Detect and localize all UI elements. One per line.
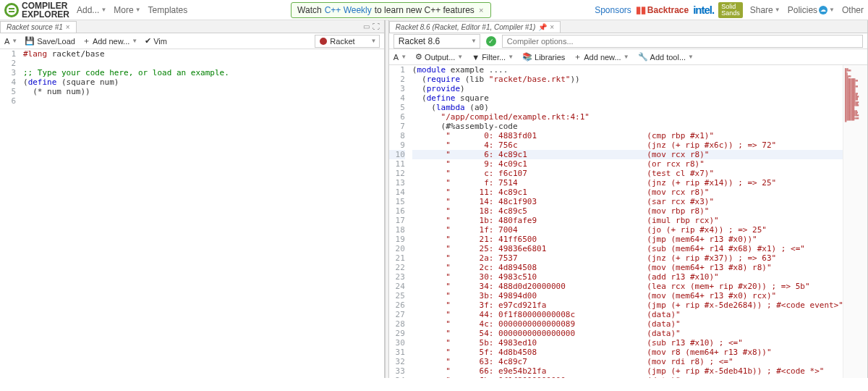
chevron-down-icon: ▼: [688, 54, 694, 60]
nav-more[interactable]: More▼: [114, 5, 140, 15]
close-icon[interactable]: ×: [550, 23, 554, 31]
sponsors: Sponsors ▮▮ Backtrace intel. SolidSands: [595, 2, 743, 18]
compiler-tab-strip: Racket 8.6 (Racket, Editor #1, Compiler …: [389, 20, 867, 33]
save-load-button[interactable]: 💾Save/Load: [25, 36, 75, 46]
chevron-down-icon: ▼: [457, 54, 463, 60]
compiler-tab-label: Racket 8.6 (Racket, Editor #1, Compiler …: [396, 23, 535, 31]
chevron-down-icon: ▼: [101, 7, 106, 13]
compiler-select[interactable]: Racket 8.6 ▼: [393, 34, 480, 49]
font-button[interactable]: A▼: [393, 53, 407, 62]
racket-icon: [320, 38, 327, 45]
promo-suffix: to learn new C++ features: [375, 5, 475, 15]
vim-button[interactable]: ✔Vim: [145, 36, 167, 46]
chevron-down-icon: ▼: [401, 54, 407, 60]
close-icon[interactable]: ×: [66, 23, 70, 31]
plus-icon: ＋: [574, 51, 582, 62]
sponsor-intel[interactable]: intel.: [693, 4, 714, 16]
chevron-down-icon: ▼: [370, 38, 376, 44]
maximize-icon[interactable]: ⛶: [373, 22, 380, 30]
assembly-editor[interactable]: 1234567891011121314151617181920212223242…: [389, 65, 867, 378]
nav-other[interactable]: Other: [842, 5, 864, 15]
source-tab-label: Racket source #1: [7, 23, 63, 31]
plus-icon: ＋: [82, 35, 90, 46]
promo-prefix: Watch: [297, 5, 322, 15]
navbar: COMPILER EXPLORER Add...▼ More▼ Template…: [0, 0, 868, 20]
compiler-pane: Racket 8.6 (Racket, Editor #1, Compiler …: [389, 20, 868, 378]
backtrace-icon: ▮▮: [636, 4, 646, 15]
nav-templates[interactable]: Templates: [148, 5, 188, 15]
cloud-icon: ☁: [819, 6, 827, 14]
source-tab-strip: Racket source #1 × ▭ ⛶: [0, 20, 384, 33]
language-select[interactable]: Racket ▼: [315, 35, 380, 48]
floppy-icon: 💾: [25, 36, 35, 46]
chevron-down-icon: ▼: [132, 38, 137, 44]
status-ok-icon: ✓: [486, 36, 496, 46]
add-new-button[interactable]: ＋Add new...▼: [82, 35, 137, 46]
source-editor[interactable]: 123456 #lang racket/base ;; Type your co…: [0, 49, 384, 378]
add-tool-button[interactable]: 🔧Add tool...▼: [638, 52, 694, 62]
book-icon: 📚: [522, 52, 532, 62]
chevron-down-icon: ▼: [471, 38, 477, 44]
popout-icon[interactable]: ▭: [363, 22, 370, 30]
close-icon[interactable]: ×: [477, 6, 485, 14]
sponsor-backtrace[interactable]: ▮▮ Backtrace: [636, 4, 689, 15]
chevron-down-icon: ▼: [135, 7, 141, 13]
chevron-down-icon: ▼: [508, 54, 514, 60]
logo-text-2: EXPLORER: [22, 10, 69, 19]
output-button[interactable]: ⚙Output...▼: [415, 52, 463, 62]
source-pane: Racket source #1 × ▭ ⛶ A▼ 💾Save/Load ＋Ad…: [0, 20, 385, 378]
compiler-label: Racket 8.6: [399, 36, 440, 46]
filter-button[interactable]: ▼Filter...▼: [472, 53, 514, 62]
source-tab[interactable]: Racket source #1 ×: [0, 21, 77, 33]
promo-banner: Watch C++ Weekly to learn new C++ featur…: [291, 2, 491, 18]
vim-icon: ✔: [145, 36, 151, 46]
nav-share[interactable]: Share▼: [750, 5, 780, 15]
chevron-down-icon: ▼: [12, 38, 17, 44]
chevron-down-icon: ▼: [624, 54, 629, 60]
minimap[interactable]: ████████████████████████████████████████…: [843, 65, 867, 378]
pin-icon[interactable]: 📌: [538, 23, 547, 31]
sponsor-solid-sands[interactable]: SolidSands: [718, 2, 743, 18]
font-button[interactable]: A▼: [4, 37, 17, 46]
nav-add[interactable]: Add...▼: [77, 5, 106, 15]
logo-icon: [4, 3, 19, 17]
funnel-icon: ▼: [472, 53, 480, 62]
compiler-toolbar: A▼ ⚙Output...▼ ▼Filter...▼ 📚Libraries ＋A…: [389, 49, 867, 65]
compiler-tab[interactable]: Racket 8.6 (Racket, Editor #1, Compiler …: [389, 21, 561, 33]
gear-icon: ⚙: [415, 52, 422, 62]
chevron-down-icon: ▼: [775, 7, 780, 13]
sponsors-label[interactable]: Sponsors: [595, 5, 631, 15]
chevron-down-icon: ▼: [829, 7, 835, 13]
add-new-button[interactable]: ＋Add new...▼: [574, 51, 629, 62]
compiler-select-row: Racket 8.6 ▼ ✓: [389, 33, 867, 49]
compiler-options-input[interactable]: [502, 35, 863, 48]
source-toolbar: A▼ 💾Save/Load ＋Add new...▼ ✔Vim Racket ▼: [0, 33, 384, 49]
language-label: Racket: [330, 37, 354, 46]
workspace: Racket source #1 × ▭ ⛶ A▼ 💾Save/Load ＋Ad…: [0, 20, 868, 378]
wrench-icon: 🔧: [638, 52, 648, 62]
nav-policies[interactable]: Policies☁▼: [788, 5, 835, 15]
logo-text-1: COMPILER: [22, 1, 69, 10]
promo-link[interactable]: C++ Weekly: [325, 5, 372, 15]
logo[interactable]: COMPILER EXPLORER: [4, 1, 69, 19]
libraries-button[interactable]: 📚Libraries: [522, 52, 565, 62]
